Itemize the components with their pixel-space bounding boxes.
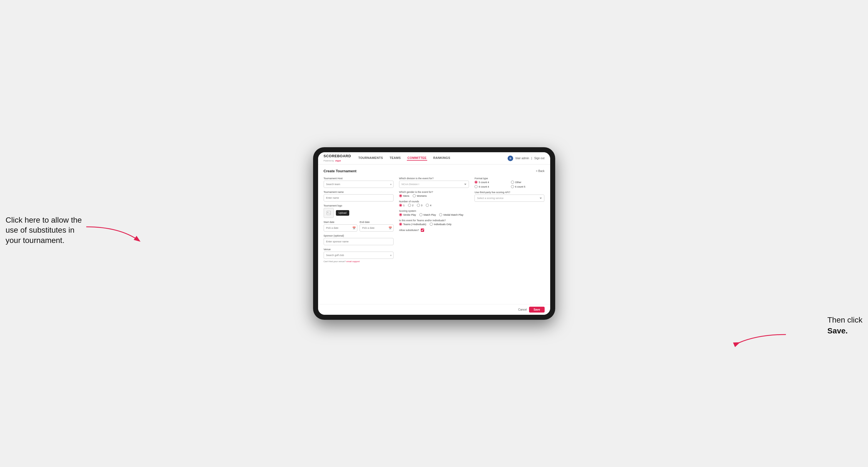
event-teams-radio[interactable]	[399, 223, 402, 226]
gender-womens-radio[interactable]	[413, 194, 416, 197]
nav-links: TOURNAMENTS TEAMS COMMITTEE RANKINGS	[358, 156, 507, 161]
sponsor-input[interactable]	[324, 238, 394, 245]
gender-mens-label: Mens	[403, 194, 409, 197]
scoring-match[interactable]: Match Play	[420, 213, 436, 216]
venue-input[interactable]	[324, 252, 394, 259]
upload-button[interactable]: Upload	[336, 210, 349, 216]
division-select[interactable]: NCAA Division I	[399, 181, 469, 188]
save-button[interactable]: Save	[529, 307, 544, 313]
arrow-right	[736, 329, 786, 346]
name-group: Tournament name	[324, 191, 394, 201]
scoring-group: Scoring system Stroke Play Match Play	[399, 210, 469, 216]
rounds-3-label: 3	[421, 204, 423, 207]
scoring-medal[interactable]: Medal Match Play	[439, 213, 463, 216]
start-date-wrap: 📅	[324, 224, 358, 231]
end-date-label: End date	[360, 221, 394, 223]
cancel-button[interactable]: Cancel	[518, 308, 527, 311]
scoring-api-group: Use third-party live scoring API? Select…	[474, 191, 544, 202]
rounds-1[interactable]: 1	[399, 204, 405, 207]
rounds-2-label: 2	[412, 204, 413, 207]
rounds-1-radio[interactable]	[399, 204, 402, 207]
logo-box	[324, 208, 334, 218]
start-date-group: Start date 📅	[324, 221, 358, 231]
gender-mens[interactable]: Mens	[399, 194, 409, 197]
col-right: Format type 5 count 4 Other	[474, 177, 544, 263]
svg-rect-0	[327, 211, 331, 215]
substitutes-checkbox[interactable]	[421, 228, 424, 232]
logo-powered: Powered by clippd	[324, 158, 351, 162]
format-other-radio[interactable]	[511, 181, 514, 184]
end-date-wrap: 📅	[360, 224, 394, 231]
division-label: Which division is the event for?	[399, 177, 469, 180]
nav-rankings[interactable]: RANKINGS	[433, 156, 451, 161]
email-support-link[interactable]: email support	[346, 260, 360, 263]
event-individuals-label: Individuals Only	[434, 223, 452, 226]
start-cal-icon: 📅	[352, 226, 356, 229]
rounds-group: Number of rounds 1 2	[399, 200, 469, 207]
page-title: Create Tournament	[324, 169, 356, 173]
format-group: Format type 5 count 4 Other	[474, 177, 544, 188]
rounds-3[interactable]: 3	[417, 204, 423, 207]
username: blair admin	[516, 157, 529, 160]
format-5count4[interactable]: 5 count 4	[474, 181, 508, 184]
scoring-match-label: Match Play	[424, 214, 436, 216]
page-footer: Cancel Save	[318, 304, 550, 315]
logo-area: SCOREBOARD Powered by clippd	[324, 154, 351, 162]
gender-womens-label: Womens	[417, 194, 427, 197]
name-input[interactable]	[324, 194, 394, 201]
venue-dropdown-icon: ▾	[390, 254, 392, 257]
host-input[interactable]	[324, 181, 394, 188]
event-individuals[interactable]: Individuals Only	[430, 223, 452, 226]
scoring-match-radio[interactable]	[420, 213, 423, 216]
date-row: Start date 📅 End date 📅	[324, 221, 394, 231]
scoring-stroke-radio[interactable]	[399, 213, 402, 216]
navbar: SCOREBOARD Powered by clippd TOURNAMENTS…	[318, 152, 550, 164]
rounds-4-radio[interactable]	[426, 204, 429, 207]
page-content: Create Tournament < Back Tournament Host…	[318, 164, 550, 304]
format-other[interactable]: Other	[511, 181, 545, 184]
end-date-group: End date 📅	[360, 221, 394, 231]
format-6count5-radio[interactable]	[511, 185, 514, 188]
nav-divider: |	[531, 157, 532, 160]
rounds-3-radio[interactable]	[417, 204, 420, 207]
logo-scoreboard: SCOREBOARD	[324, 154, 351, 158]
gender-womens[interactable]: Womens	[413, 194, 427, 197]
back-link[interactable]: < Back	[536, 169, 545, 173]
scoring-medal-radio[interactable]	[439, 213, 442, 216]
annotation-left: Click here to allow the use of substitut…	[6, 215, 84, 246]
name-label: Tournament name	[324, 191, 394, 193]
event-for-group: Is this event for Teams and/or Individua…	[399, 219, 469, 226]
nav-committee[interactable]: COMMITTEE	[407, 156, 427, 161]
scoring-stroke[interactable]: Stroke Play	[399, 213, 416, 216]
event-teams-label: Teams (+Individuals)	[403, 223, 426, 226]
col-mid: Which division is the event for? NCAA Di…	[399, 177, 469, 263]
rounds-2[interactable]: 2	[408, 204, 413, 207]
format-6count4-radio[interactable]	[474, 185, 477, 188]
nav-teams[interactable]: TEAMS	[389, 156, 401, 161]
scoring-api-select[interactable]: Select a scoring service	[474, 194, 544, 202]
format-6count4[interactable]: 6 count 4	[474, 185, 508, 188]
annotation-right: Then click Save.	[827, 314, 862, 336]
event-teams[interactable]: Teams (+Individuals)	[399, 223, 426, 226]
substitutes-group: Allow substitutes?	[399, 228, 469, 232]
scoring-label: Scoring system	[399, 210, 469, 212]
nav-tournaments[interactable]: TOURNAMENTS	[358, 156, 383, 161]
tablet-screen: SCOREBOARD Powered by clippd TOURNAMENTS…	[318, 152, 550, 315]
form-grid: Tournament Host ▾ Tournament name Tourna…	[324, 177, 545, 263]
avatar: B	[507, 156, 513, 161]
venue-group: Venue ▾ Can't find your venue? email sup…	[324, 248, 394, 263]
rounds-radio-group: 1 2 3 4	[399, 204, 469, 207]
format-5count4-radio[interactable]	[474, 181, 477, 184]
logo-upload-area: Upload	[324, 208, 394, 218]
rounds-2-radio[interactable]	[408, 204, 411, 207]
tablet-frame: SCOREBOARD Powered by clippd TOURNAMENTS…	[313, 147, 555, 320]
rounds-4-label: 4	[430, 204, 431, 207]
host-group: Tournament Host ▾	[324, 177, 394, 188]
event-individuals-radio[interactable]	[430, 223, 433, 226]
logo-group: Tournament logo Upload	[324, 204, 394, 218]
gender-mens-radio[interactable]	[399, 194, 402, 197]
sign-out-link[interactable]: Sign out	[534, 157, 545, 160]
rounds-1-label: 1	[403, 204, 405, 207]
rounds-4[interactable]: 4	[426, 204, 431, 207]
format-6count5[interactable]: 6 count 5	[511, 185, 545, 188]
